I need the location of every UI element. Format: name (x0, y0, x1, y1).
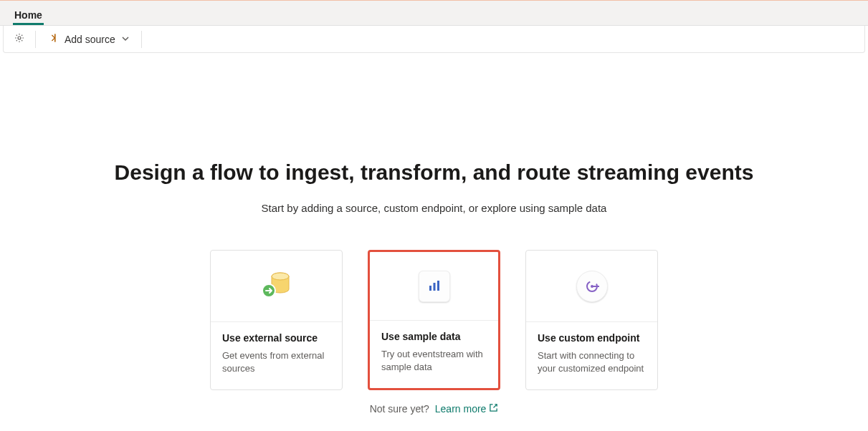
database-arrow-icon (259, 269, 295, 304)
card-title: Use sample data (381, 331, 487, 342)
hero: Design a flow to ingest, transform, and … (0, 160, 868, 415)
card-description: Get events from external sources (222, 349, 330, 375)
card-icon-area (526, 251, 657, 322)
external-link-icon (489, 403, 498, 415)
svg-point-3 (272, 273, 289, 280)
bar-chart-icon (419, 271, 450, 302)
learn-more-label: Learn more (435, 403, 487, 415)
add-source-button[interactable]: Add source (40, 28, 137, 50)
toolbar-divider (141, 31, 142, 48)
chevron-down-icon (121, 34, 130, 45)
toolbar: Add source (3, 26, 865, 53)
card-description: Start with connecting to your customized… (538, 349, 646, 375)
learn-more-link[interactable]: Learn more (435, 403, 499, 415)
add-source-icon (47, 32, 59, 46)
svg-rect-6 (433, 283, 435, 291)
card-row: Use external source Get events from exte… (0, 250, 868, 390)
svg-point-0 (18, 37, 21, 39)
svg-rect-1 (54, 34, 56, 42)
hero-subtitle: Start by adding a source, custom endpoin… (0, 202, 868, 214)
svg-rect-5 (429, 286, 431, 291)
card-custom-endpoint[interactable]: Use custom endpoint Start with connectin… (525, 250, 658, 390)
toolbar-divider (35, 31, 36, 48)
tab-home[interactable]: Home (7, 4, 49, 25)
card-sample-data[interactable]: Use sample data Try out eventstream with… (368, 250, 500, 390)
card-icon-area (211, 251, 342, 322)
tab-bar: Home (0, 0, 868, 26)
card-icon-area (370, 252, 498, 321)
card-title: Use external source (222, 332, 330, 344)
svg-rect-7 (437, 281, 439, 291)
hero-title: Design a flow to ingest, transform, and … (0, 160, 868, 185)
gear-icon (14, 32, 25, 47)
card-title: Use custom endpoint (538, 332, 646, 344)
hint-text: Not sure yet? (370, 403, 429, 415)
endpoint-icon (576, 271, 608, 302)
hint-row: Not sure yet? Learn more (0, 403, 868, 415)
add-source-label: Add source (65, 34, 115, 45)
settings-button[interactable] (8, 28, 31, 51)
card-description: Try out eventstream with sample data (381, 348, 487, 374)
card-external-source[interactable]: Use external source Get events from exte… (210, 250, 343, 390)
